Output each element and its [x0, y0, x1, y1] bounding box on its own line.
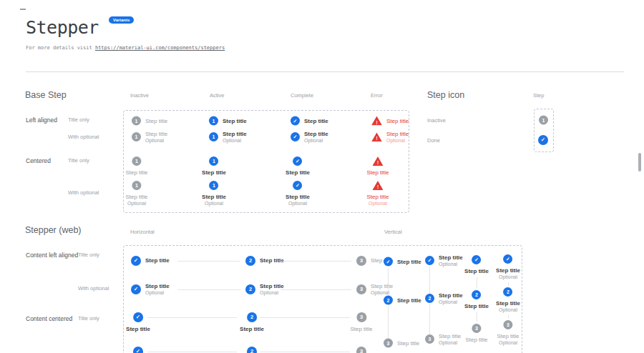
step-inactive: 1Step titleOptional [132, 131, 167, 144]
step-number-icon: 3 [503, 320, 512, 329]
step-number-icon: 1 [132, 181, 141, 190]
step-number-icon: 1 [539, 116, 548, 125]
connector-line [177, 261, 240, 262]
step-title: Step title [145, 131, 167, 138]
connector-line [429, 304, 430, 334]
scrollbar-thumb[interactable] [638, 153, 641, 171]
step-title: Step title [304, 117, 328, 124]
step-number-icon: 2 [245, 284, 255, 294]
connector-line [477, 312, 477, 322]
material-ui-link[interactable]: https://material-ui.com/components/stepp… [95, 45, 225, 51]
step-active: 1Step titleOptional [202, 181, 226, 207]
step-complete: ✓ [133, 347, 143, 353]
warning-icon: ! [371, 116, 382, 126]
step-number-icon: 3 [356, 284, 366, 294]
check-circle-icon: ✓ [472, 255, 482, 264]
check-circle-icon: ✓ [131, 256, 141, 266]
step-title: Step title [386, 117, 409, 124]
step-title: Step title [496, 300, 520, 307]
section-heading-step-icon: Step icon [427, 90, 464, 100]
step-active: 1Step title [209, 116, 247, 126]
row-variant-label: With optional [78, 285, 109, 292]
step-number-icon: 2 [247, 347, 257, 353]
step-title: Step title [286, 169, 310, 176]
check-circle-icon: ✓ [291, 116, 300, 126]
row-label-content-left-aligned: Content left aligned [26, 252, 78, 259]
step-inactive: 3Step title [350, 312, 372, 333]
step-active: 2Step titleOptional [496, 287, 520, 313]
step-number-icon: 3 [356, 312, 366, 322]
step-number-icon: 3 [425, 334, 434, 344]
step-number-icon: 1 [132, 156, 141, 166]
step-inactive: 1Step title [125, 156, 147, 176]
step-complete: ✓Step title [384, 257, 421, 267]
optional-label: Optional [439, 340, 461, 346]
step-active: 2Step title [464, 290, 489, 310]
step-active: 2Step title [245, 256, 284, 266]
step-number-icon: 1 [132, 132, 141, 141]
connector-line [177, 289, 240, 290]
step-title: Step title [497, 333, 519, 340]
check-circle-icon: ✓ [425, 256, 434, 265]
connector-line [280, 289, 351, 290]
connector-line [147, 352, 237, 352]
column-header-step: Step [533, 92, 544, 99]
column-header-vertical: Vertical [384, 229, 402, 235]
step-complete: ✓Step titleOptional [496, 254, 520, 280]
step-error: !Step title [366, 156, 389, 176]
step-number-icon: 3 [472, 324, 481, 333]
step-title: Step title [202, 169, 226, 176]
section-heading-stepper-web: Stepper (web) [25, 225, 82, 235]
connector-line [260, 317, 350, 318]
step-title: Step title [145, 257, 170, 264]
step-number-icon: 3 [384, 339, 393, 348]
optional-label: Optional [205, 201, 223, 207]
optional-label: Optional [499, 307, 517, 313]
step-title: Step title [464, 268, 489, 275]
step-number-icon: 2 [472, 290, 482, 299]
optional-label: Optional [499, 340, 517, 346]
step-title: Step title [386, 131, 409, 138]
optional-label: Optional [145, 290, 170, 296]
check-circle-icon: ✓ [293, 181, 303, 190]
optional-label: Optional [223, 138, 247, 144]
step-complete: ✓Step titleOptional [131, 283, 170, 296]
step-complete: ✓Step titleOptional [286, 181, 310, 207]
step-title: Step title [439, 292, 463, 299]
step-complete: ✓Step title [126, 312, 150, 333]
connector-line [477, 277, 477, 288]
page-title: Stepper [26, 17, 99, 38]
step-title: Step title [350, 326, 372, 333]
step-complete: ✓Step titleOptional [425, 254, 463, 267]
step-number-icon: 3 [356, 347, 366, 353]
step-title: Step title [366, 194, 389, 201]
step-complete: ✓Step titleOptional [291, 131, 328, 144]
step-complete: ✓ [538, 135, 548, 145]
step-inactive: 1Step title [132, 116, 167, 126]
connector-line [508, 315, 509, 319]
optional-label: Optional [288, 201, 307, 207]
optional-label: Optional [499, 274, 517, 280]
step-inactive: 1Step titleOptional [125, 181, 147, 207]
column-header-inactive: Inactive [130, 92, 149, 99]
section-heading-base-step: Base Step [25, 90, 67, 100]
step-active: 2Step title [240, 312, 264, 333]
step-title: Step title [496, 267, 520, 274]
step-number-icon: 2 [384, 296, 393, 305]
variants-badge[interactable]: Variants [109, 16, 134, 24]
step-title: Step title [145, 117, 167, 124]
row-variant-label: Title only [78, 315, 99, 322]
step-number-icon: 2 [245, 256, 255, 266]
step-number-icon: 2 [247, 312, 257, 322]
step-complete: ✓Step title [131, 256, 170, 266]
step-title: Step title [465, 337, 487, 344]
step-title: Step title [223, 131, 247, 138]
connector-line [388, 268, 389, 295]
check-circle-icon: ✓ [538, 135, 548, 145]
step-active: 1Step title [202, 156, 226, 176]
step-active: 2 [247, 347, 257, 353]
connector-line [260, 352, 350, 352]
optional-label: Optional [369, 201, 387, 207]
row-label-inactive: Inactive [427, 117, 446, 124]
step-title: Step title [145, 283, 170, 290]
